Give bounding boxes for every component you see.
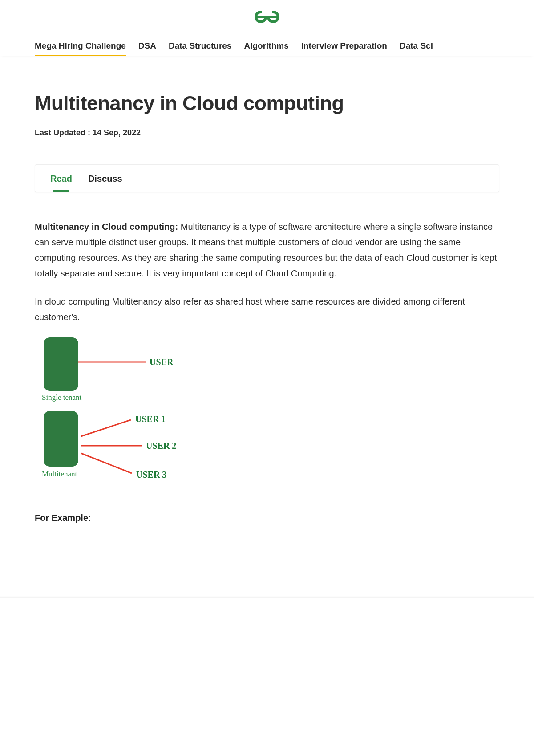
lead-bold: Multitenancy in Cloud computing: — [35, 222, 181, 232]
diagram-user-label: USER — [150, 357, 174, 367]
last-updated: Last Updated : 14 Sep, 2022 — [35, 128, 499, 138]
svg-line-5 — [81, 420, 131, 436]
lead-paragraph: Multitenancy in Cloud computing: Multite… — [35, 219, 499, 281]
article-tabs: Read Discuss — [35, 164, 499, 192]
nav-item-interview-prep[interactable]: Interview Preparation — [301, 37, 387, 55]
top-nav: Mega Hiring Challenge DSA Data Structure… — [0, 36, 534, 56]
tab-read[interactable]: Read — [50, 174, 72, 192]
svg-rect-2 — [44, 337, 78, 391]
tab-discuss[interactable]: Discuss — [88, 174, 122, 192]
header-logo-area — [0, 0, 534, 36]
tenancy-diagram: USER Single tenant Multitenant USER 1 US… — [35, 337, 499, 491]
page-title: Multitenancy in Cloud computing — [35, 92, 499, 115]
svg-rect-4 — [44, 411, 78, 467]
diagram-user1-label: USER 1 — [135, 414, 166, 424]
nav-item-mega-hiring[interactable]: Mega Hiring Challenge — [35, 37, 126, 55]
for-example-heading: For Example: — [35, 513, 499, 523]
nav-item-data-science[interactable]: Data Sci — [400, 37, 433, 55]
svg-line-7 — [81, 453, 132, 473]
nav-item-algorithms[interactable]: Algorithms — [244, 37, 288, 55]
nav-item-data-structures[interactable]: Data Structures — [169, 37, 232, 55]
bottom-shadow — [0, 594, 534, 598]
gfg-logo-icon[interactable] — [254, 9, 280, 26]
diagram-user3-label: USER 3 — [136, 470, 166, 480]
diagram-user2-label: USER 2 — [146, 441, 176, 451]
paragraph-2: In cloud computing Multitenancy also ref… — [35, 294, 499, 325]
diagram-multitenant-label: Multitenant — [42, 470, 77, 478]
diagram-single-tenant-label: Single tenant — [42, 393, 82, 402]
nav-item-dsa[interactable]: DSA — [138, 37, 156, 55]
article-content: Multitenancy in Cloud computing Last Upd… — [0, 56, 534, 594]
